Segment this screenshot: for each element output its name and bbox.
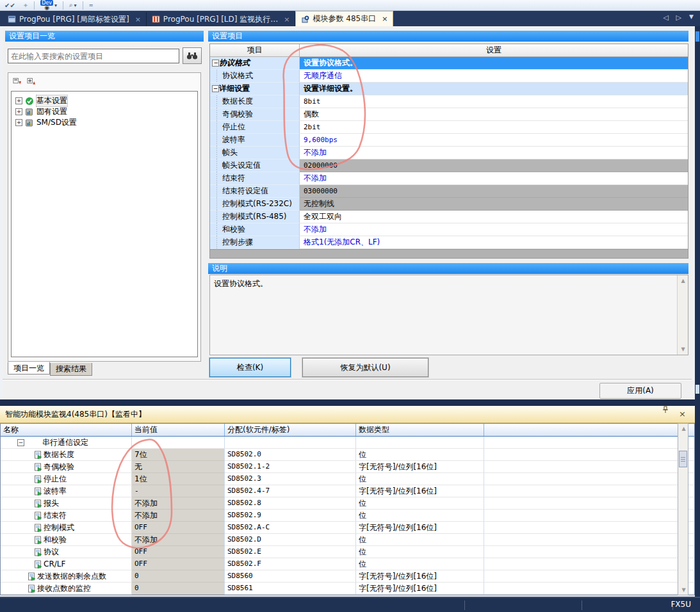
- monitor-current-value: 1位: [132, 473, 225, 485]
- settings-row[interactable]: 停止位2bit: [210, 121, 688, 134]
- settings-row[interactable]: 协议格式无顺序通信: [210, 70, 688, 83]
- close-icon[interactable]: ×: [679, 406, 686, 423]
- monitor-row[interactable]: 奇偶校验无SD8502.1-2字[无符号]/位列[16位]: [1, 461, 694, 473]
- monitor-row[interactable]: −串行通信设定: [1, 437, 694, 449]
- scrollbar-thumb[interactable]: [679, 451, 687, 467]
- expand-icon[interactable]: +: [15, 119, 22, 126]
- monitor-row[interactable]: 和校验不添加SD8502.D位: [1, 534, 694, 546]
- tab-scroll-right-icon[interactable]: ▷: [676, 13, 681, 22]
- expand-icon[interactable]: +: [15, 97, 22, 104]
- restore-default-button[interactable]: 恢复为默认(U): [302, 358, 428, 377]
- monitor-row[interactable]: 接收点数的监控0SD8561字[无符号]/位列[16位]: [1, 583, 694, 595]
- left-tab-搜索结果[interactable]: 搜索结果: [50, 363, 92, 376]
- tree-item-基本设置[interactable]: +基本设置: [13, 95, 196, 106]
- check-button[interactable]: 检查(K): [209, 358, 291, 377]
- setting-value[interactable]: 无顺序通信: [300, 70, 688, 83]
- setting-value[interactable]: 设置详细设置。: [300, 83, 688, 95]
- device-search-icon[interactable]: ⌕▾: [67, 1, 79, 10]
- setting-value[interactable]: 不添加: [300, 223, 688, 236]
- monitor-device-assignment: SD8502.4-7: [225, 485, 356, 497]
- monitor-row[interactable]: 停止位1位SD8502.3位: [1, 473, 694, 485]
- settings-row[interactable]: 帧头设定值02000000: [210, 159, 688, 172]
- monitor-scrollbar[interactable]: ▲ ▼: [678, 423, 688, 595]
- setting-item-label: 协议格式: [210, 70, 300, 83]
- collapse-icon[interactable]: −: [17, 439, 24, 446]
- stamp-icon[interactable]: ✦: [21, 1, 30, 10]
- tab-progpou-0[interactable]: ProgPou [PRG] [局部标签设置]×: [3, 12, 147, 26]
- tab-list-menu-icon[interactable]: ▼: [689, 13, 694, 22]
- collapse-all-icon[interactable]: [12, 77, 22, 86]
- setting-item-label: 数据长度: [210, 95, 300, 108]
- scroll-up-icon[interactable]: ▲: [679, 424, 688, 433]
- apply-button[interactable]: 应用(A): [599, 383, 681, 399]
- setting-label-text: 奇偶校验: [221, 108, 253, 120]
- setting-item-label: 停止位: [210, 121, 300, 134]
- column-header: 分配(软元件/标签): [225, 424, 356, 436]
- settings-row[interactable]: 控制模式(RS-232C)无控制线: [210, 198, 688, 211]
- settings-row[interactable]: 奇偶校验偶数: [210, 108, 688, 121]
- tree-item-SM/SD设置[interactable]: +SM/SD设置: [13, 117, 196, 128]
- monitor-row[interactable]: 数据长度7位SD8502.0位: [1, 449, 694, 461]
- settings-row[interactable]: 和校验不添加: [210, 223, 688, 236]
- setting-value[interactable]: 不添加: [300, 172, 688, 185]
- monitor-table: 名称当前值分配(软元件/标签)数据类型−串行通信设定数据长度7位SD8502.0…: [0, 423, 695, 595]
- setting-value[interactable]: 无控制线: [300, 198, 688, 211]
- monitor-item-name-cell: 报头: [1, 497, 132, 510]
- scroll-up-icon[interactable]: ▲: [678, 276, 688, 286]
- description-box: 设置协议格式。 ▲ ▼: [209, 275, 688, 355]
- document-tab-bar: ProgPou [PRG] [局部标签设置]×ProgPou [PRG] [LD…: [0, 11, 700, 26]
- search-button[interactable]: [183, 47, 202, 64]
- tab-label: ProgPou [PRG] [LD] 监视执行…: [163, 14, 278, 25]
- dev-eye-icon[interactable]: Dev ◉ ▾: [38, 1, 59, 10]
- panel-separator[interactable]: [0, 399, 700, 406]
- expand-all-icon[interactable]: [26, 77, 37, 86]
- setting-value[interactable]: 2bit: [300, 121, 688, 134]
- toolbar-overflow-icon[interactable]: ≂: [87, 1, 95, 10]
- setting-value[interactable]: 偶数: [300, 108, 688, 121]
- settings-row[interactable]: 结束符不添加: [210, 172, 688, 185]
- tree-connector: [216, 236, 217, 248]
- tab-progpou-1[interactable]: ProgPou [PRG] [LD] 监视执行…×: [147, 12, 296, 26]
- monitor-row[interactable]: 结束符不添加SD8502.9位: [1, 510, 694, 522]
- tab-close-icon[interactable]: ×: [284, 15, 289, 24]
- settings-row[interactable]: 控制模式(RS-485)全双工双向: [210, 211, 688, 223]
- monitor-row[interactable]: 波特率-SD8502.4-7字[无符号]/位列[16位]: [1, 485, 694, 497]
- description-scrollbar[interactable]: ▲ ▼: [677, 275, 688, 355]
- monitor-item-name-cell: 结束符: [1, 510, 132, 522]
- setting-value[interactable]: 不添加: [300, 147, 688, 159]
- search-input[interactable]: [8, 49, 179, 63]
- settings-row[interactable]: 控制步骤格式1(无添加CR、LF): [210, 236, 688, 249]
- settings-row[interactable]: −协议格式设置协议格式。: [210, 57, 688, 70]
- tree-item-label: 固有设置: [37, 106, 67, 117]
- setting-value[interactable]: 全双工双向: [300, 211, 688, 223]
- monitor-row[interactable]: 控制模式OFFSD8502.A-C字[无符号]/位列[16位]: [1, 522, 694, 534]
- settings-row[interactable]: 帧头不添加: [210, 147, 688, 159]
- scroll-down-icon[interactable]: ▼: [678, 344, 688, 354]
- settings-row[interactable]: 数据长度8bit: [210, 95, 688, 108]
- tab-close-icon[interactable]: ×: [135, 15, 141, 24]
- monitor-row[interactable]: 发送数据的剩余点数0SD8560字[无符号]/位列[16位]: [1, 570, 694, 583]
- monitor-row[interactable]: 协议OFFSD8502.E位: [1, 546, 694, 558]
- setting-value[interactable]: 02000000: [300, 159, 688, 172]
- tab-module-param[interactable]: 模块参数 485串口×: [295, 11, 393, 26]
- tab-scroll-left-icon[interactable]: ◁: [663, 13, 668, 22]
- settings-row[interactable]: −详细设置设置详细设置。: [210, 83, 688, 95]
- collapse-icon[interactable]: −: [212, 60, 219, 67]
- settings-row[interactable]: 波特率9,600bps: [210, 134, 688, 147]
- setting-value[interactable]: 9,600bps: [300, 134, 688, 147]
- tab-close-icon[interactable]: ×: [382, 15, 387, 23]
- verify-icon[interactable]: ✔✔: [3, 1, 17, 10]
- setting-value[interactable]: 设置协议格式。: [300, 57, 688, 70]
- monitor-row[interactable]: CR/LFOFFSD8502.F位: [1, 558, 694, 570]
- setting-value[interactable]: 格式1(无添加CR、LF): [300, 236, 688, 249]
- setting-value[interactable]: 03000000: [300, 185, 688, 198]
- left-tab-项目一览[interactable]: 项目一览: [8, 362, 50, 374]
- tree-item-固有设置[interactable]: +固有设置: [13, 106, 196, 117]
- monitor-row[interactable]: 报头不添加SD8502.8位: [1, 497, 694, 510]
- pin-icon[interactable]: [662, 406, 669, 423]
- scroll-down-icon[interactable]: ▼: [679, 585, 688, 595]
- setting-value[interactable]: 8bit: [300, 95, 688, 108]
- expand-icon[interactable]: +: [15, 108, 22, 115]
- collapse-icon[interactable]: −: [212, 85, 219, 92]
- settings-row[interactable]: 结束符设定值03000000: [210, 185, 688, 198]
